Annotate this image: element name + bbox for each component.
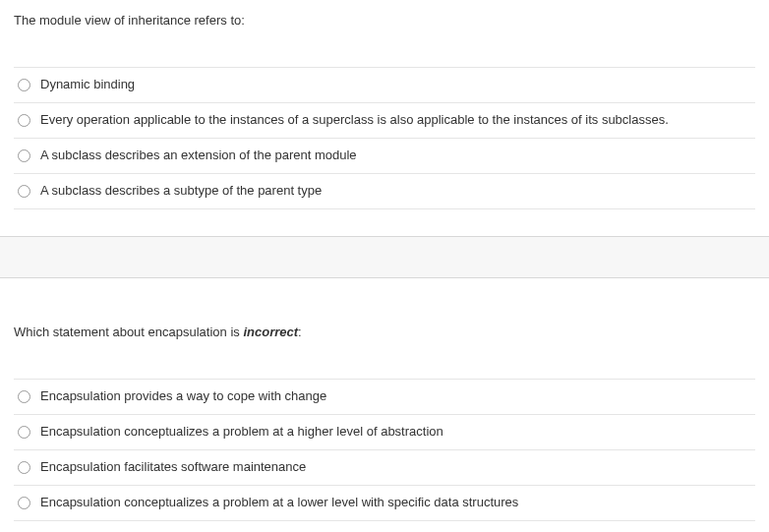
radio-icon[interactable] (18, 79, 30, 91)
option-label: Every operation applicable to the instan… (40, 112, 669, 129)
option-row[interactable]: Encapsulation facilitates software maint… (14, 450, 755, 486)
radio-icon[interactable] (18, 461, 30, 474)
question-prompt: Which statement about encapsulation is i… (14, 324, 755, 341)
option-row[interactable]: A subclass describes an extension of the… (14, 139, 755, 174)
section-gap (0, 209, 769, 237)
option-row[interactable]: Encapsulation conceptualizes a problem a… (14, 415, 755, 450)
option-label: A subclass describes a subtype of the pa… (40, 183, 322, 200)
prompt-text: Which statement about encapsulation is (14, 325, 243, 339)
prompt-suffix: : (298, 325, 302, 339)
question-block-1: The module view of inheritance refers to… (0, 0, 769, 209)
section-divider (0, 237, 769, 278)
section-top-space (0, 278, 769, 312)
option-row[interactable]: A subclass describes a subtype of the pa… (14, 174, 755, 209)
option-label: A subclass describes an extension of the… (40, 148, 357, 164)
options-list: Encapsulation provides a way to cope wit… (14, 379, 755, 521)
radio-icon[interactable] (18, 114, 30, 127)
option-row[interactable]: Encapsulation conceptualizes a problem a… (14, 486, 755, 521)
question-prompt: The module view of inheritance refers to… (14, 12, 755, 30)
option-label: Encapsulation conceptualizes a problem a… (40, 495, 518, 511)
radio-icon[interactable] (18, 426, 30, 439)
option-label: Encapsulation provides a way to cope wit… (40, 388, 326, 405)
options-list: Dynamic binding Every operation applicab… (14, 67, 755, 209)
option-row[interactable]: Encapsulation provides a way to cope wit… (14, 380, 755, 415)
prompt-text: The module view of inheritance refers to… (14, 13, 245, 28)
prompt-emphasis: incorrect (243, 325, 298, 339)
option-label: Encapsulation facilitates software maint… (40, 459, 306, 476)
radio-icon[interactable] (18, 149, 30, 162)
radio-icon[interactable] (18, 390, 30, 403)
option-label: Dynamic binding (40, 77, 135, 93)
question-block-2: Which statement about encapsulation is i… (0, 312, 769, 521)
option-row[interactable]: Every operation applicable to the instan… (14, 103, 755, 139)
option-label: Encapsulation conceptualizes a problem a… (40, 424, 444, 441)
radio-icon[interactable] (18, 497, 30, 509)
radio-icon[interactable] (18, 185, 30, 198)
option-row[interactable]: Dynamic binding (14, 68, 755, 103)
